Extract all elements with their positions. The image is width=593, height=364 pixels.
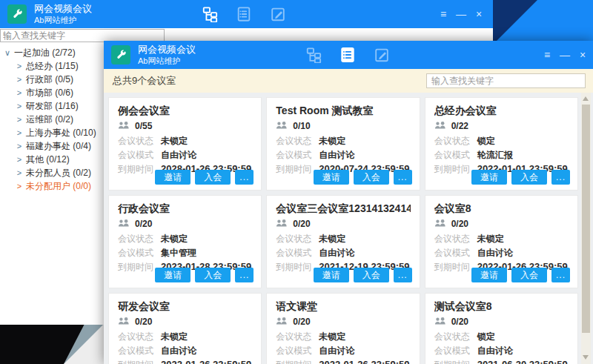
edit-icon[interactable]: [374, 47, 390, 63]
join-button[interactable]: 入会: [511, 170, 547, 185]
org-chart-icon[interactable]: [305, 47, 322, 63]
close-button[interactable]: ×: [471, 7, 486, 21]
people-icon: [434, 217, 446, 231]
tree-item-dept[interactable]: >研发部 (1/16): [0, 99, 104, 113]
tree-item-label: 总经办 (1/15): [26, 61, 79, 71]
tree-item-label: 上海办事处 (0/10): [26, 128, 96, 138]
room-occupancy: 0/20: [451, 317, 468, 327]
more-button[interactable]: ...: [551, 268, 570, 282]
chevron-right-icon[interactable]: >: [15, 73, 24, 86]
edit-icon[interactable]: [270, 6, 286, 22]
app-icon: [7, 4, 27, 24]
tree-item-dept[interactable]: >其他 (0/12): [0, 153, 104, 166]
room-name: 行政会议室: [118, 200, 252, 216]
mode-value: 自由讨论: [477, 248, 513, 258]
expire-label: 到期时间: [276, 162, 319, 176]
tree-item-dept[interactable]: >运维部 (0/2): [0, 113, 104, 126]
app-icon: [111, 45, 130, 64]
room-occupancy: 0/20: [135, 219, 152, 229]
minimize-button[interactable]: —: [557, 47, 572, 62]
invite-button[interactable]: 邀请: [155, 170, 191, 185]
mode-value: 自由讨论: [319, 248, 354, 258]
org-chart-icon[interactable]: [202, 6, 218, 22]
join-button[interactable]: 入会: [354, 268, 389, 282]
more-button[interactable]: ...: [394, 268, 412, 282]
more-button[interactable]: ...: [551, 170, 570, 185]
meeting-list-icon[interactable]: [339, 47, 356, 63]
tree-item-group[interactable]: ∨一起加油 (2/72): [0, 46, 104, 59]
scroll-down-icon[interactable]: [583, 355, 589, 360]
status-value: 未锁定: [161, 136, 188, 146]
more-button[interactable]: ...: [235, 268, 254, 282]
menu-button[interactable]: ≡: [540, 47, 554, 62]
tree-item-unassigned-users[interactable]: >未分配用户 (0/0): [0, 179, 104, 193]
more-button[interactable]: ...: [394, 170, 412, 185]
chevron-down-icon[interactable]: ∨: [3, 46, 12, 59]
invite-button[interactable]: 邀请: [471, 268, 507, 282]
people-icon: [276, 217, 288, 231]
app-title: 网会视频会议: [34, 3, 92, 15]
chevron-right-icon[interactable]: >: [15, 166, 24, 179]
status-value: 未锁定: [319, 234, 345, 244]
room-occupancy: 0/22: [451, 121, 468, 131]
status-value: 未锁定: [161, 234, 188, 244]
meeting-list-icon[interactable]: [236, 6, 252, 22]
join-button[interactable]: 入会: [195, 170, 231, 185]
tree-item-dept[interactable]: >上海办事处 (0/10): [0, 126, 104, 139]
room-occupancy: 0/55: [135, 121, 152, 131]
more-button[interactable]: ...: [235, 170, 254, 185]
tree-item-label: 市场部 (0/6): [26, 87, 73, 98]
tree-item-dept[interactable]: >行政部 (0/5): [0, 73, 104, 86]
room-card: 测试会议室8 0/20 会议状态锁定 会议模式自由讨论 到期时间2021-06-…: [425, 293, 578, 364]
people-icon: [118, 315, 130, 328]
chevron-right-icon[interactable]: >: [15, 139, 24, 153]
invite-button[interactable]: 邀请: [314, 170, 349, 185]
chevron-right-icon[interactable]: >: [15, 153, 24, 166]
status-value: 锁定: [477, 136, 495, 146]
tree-item-dept[interactable]: >总经办 (1/15): [0, 59, 104, 73]
app-title: 网会视频会议: [138, 44, 196, 56]
rooms-content: 例会会议室 0/55 会议状态未锁定 会议模式自由讨论 到期时间2028-01-…: [104, 93, 593, 364]
rooms-window: 网会视频会议 Ab网站维护 ≡ — × 总共9个会议室 例会会议室 0/55 会…: [104, 41, 593, 364]
join-button[interactable]: 入会: [354, 170, 389, 185]
expire-label: 到期时间: [118, 358, 161, 364]
people-icon: [276, 315, 288, 328]
close-button[interactable]: ×: [575, 47, 590, 62]
room-occupancy: 0/10: [293, 121, 310, 131]
scrollbar-thumb[interactable]: [582, 105, 590, 333]
wrench-icon: [12, 9, 23, 20]
minimize-button[interactable]: —: [454, 7, 468, 21]
tree-item-label: 运维部 (0/2): [26, 114, 73, 125]
mode-value: 自由讨论: [319, 150, 354, 160]
chevron-right-icon[interactable]: >: [15, 126, 24, 139]
chevron-right-icon[interactable]: >: [15, 179, 24, 193]
room-name: 会议室三会议室123141324141三会...: [276, 200, 410, 216]
mode-value: 轮流汇报: [477, 150, 513, 160]
room-card: 例会会议室 0/55 会议状态未锁定 会议模式自由讨论 到期时间2028-01-…: [108, 97, 262, 191]
tree-item-dept[interactable]: >福建办事处 (0/4): [0, 139, 104, 153]
chevron-right-icon[interactable]: >: [15, 59, 24, 73]
wrench-icon: [116, 50, 127, 61]
join-button[interactable]: 入会: [195, 268, 231, 282]
people-icon: [118, 119, 130, 133]
chevron-right-icon[interactable]: >: [15, 86, 24, 99]
join-button[interactable]: 入会: [511, 268, 547, 282]
scroll-up-icon[interactable]: [583, 96, 589, 101]
status-value: 未锁定: [319, 136, 345, 146]
invite-button[interactable]: 邀请: [155, 268, 191, 282]
tree-item-dept[interactable]: >未分配人员 (0/2): [0, 166, 104, 179]
rooms-grid: 例会会议室 0/55 会议状态未锁定 会议模式自由讨论 到期时间2028-01-…: [108, 97, 578, 364]
tree-item-dept[interactable]: >市场部 (0/6): [0, 86, 104, 99]
expire-value: 2022-01-26 23:59:59: [161, 359, 251, 364]
people-icon: [118, 217, 130, 231]
rooms-titlebar: 网会视频会议 Ab网站维护 ≡ — ×: [104, 41, 593, 69]
invite-button[interactable]: 邀请: [314, 268, 349, 282]
menu-button[interactable]: ≡: [436, 7, 451, 21]
vertical-scrollbar[interactable]: [581, 93, 591, 364]
chevron-right-icon[interactable]: >: [15, 99, 24, 113]
chevron-right-icon[interactable]: >: [15, 113, 24, 126]
room-card: 会议室8 0/20 会议状态未锁定 会议模式自由讨论 到期时间2022-01-2…: [425, 195, 578, 288]
tree-item-label: 未分配用户 (0/0): [26, 181, 91, 191]
rooms-search-input[interactable]: [426, 73, 586, 88]
invite-button[interactable]: 邀请: [471, 170, 507, 185]
